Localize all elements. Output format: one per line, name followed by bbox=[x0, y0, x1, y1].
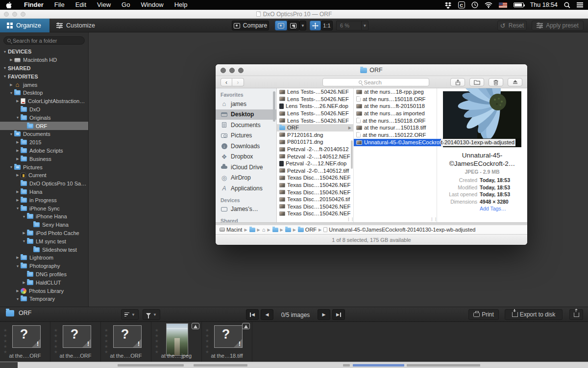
input-source-flag-icon[interactable] bbox=[499, 2, 507, 8]
path-segment[interactable] bbox=[272, 228, 278, 232]
filter-dropdown[interactable]: ▼ bbox=[143, 309, 160, 320]
column-scrollbar[interactable] bbox=[351, 140, 353, 169]
star-rating[interactable]: ★★★★★ bbox=[3, 328, 7, 355]
file-row-p8010171-dng[interactable]: P8010171.dng bbox=[277, 138, 353, 146]
sidebar-item-dxo-opticspro-10-sa-[interactable]: DxO OpticsPro 10 Sa… bbox=[0, 180, 88, 188]
sidebar-item-hana[interactable]: ▶Hana bbox=[0, 188, 88, 196]
path-segment[interactable] bbox=[249, 228, 255, 232]
disclosure-open-icon[interactable]: ▼ bbox=[15, 297, 21, 301]
tab-organize[interactable]: Organize bbox=[0, 19, 49, 32]
disclosure-closed-icon[interactable]: ▶ bbox=[15, 289, 21, 293]
file-row-lens-tests-50426-nef[interactable]: Lens Tests-…50426.NEF bbox=[277, 110, 353, 117]
file-row-lens-tests-50426-nef[interactable]: Lens Tests-…50426.NEF bbox=[277, 117, 353, 124]
disclosure-closed-icon[interactable]: ▶ bbox=[8, 58, 14, 62]
file-row-texas-disc-150426-nef[interactable]: Texas Disc…150426.NEF bbox=[277, 174, 353, 182]
first-image-button[interactable]: ◀ bbox=[246, 309, 259, 320]
sidebar-item-business[interactable]: ▶Business bbox=[0, 155, 88, 163]
file-row-lens-tests-26-nef-dop[interactable]: Lens Tests-…26.NEF.dop bbox=[277, 103, 353, 110]
last-image-button[interactable]: ▶ bbox=[332, 309, 345, 320]
disclosure-closed-icon[interactable]: ▶ bbox=[15, 190, 21, 194]
finder-sidebar-item-james[interactable]: ⌂james bbox=[216, 99, 276, 109]
menu-item-go[interactable]: Go bbox=[116, 0, 135, 10]
dropbox-icon[interactable] bbox=[444, 2, 452, 8]
print-button[interactable]: Print bbox=[468, 309, 499, 320]
sidebar-item-favorites[interactable]: ▼FAVORITES bbox=[0, 72, 88, 80]
disclosure-closed-icon[interactable]: ▶ bbox=[15, 256, 21, 260]
battery-icon[interactable] bbox=[514, 2, 524, 7]
path-segment[interactable]: ⌂ bbox=[262, 228, 266, 232]
sidebar-item-macintosh-hd[interactable]: ▶Macintosh HD bbox=[0, 56, 88, 64]
pan-tool-button[interactable] bbox=[310, 21, 321, 30]
disclosure-closed-icon[interactable]: ▶ bbox=[21, 281, 27, 285]
apply-preset-button[interactable]: Apply preset bbox=[532, 21, 584, 30]
zoom-1to1-button[interactable]: 1:1 bbox=[321, 21, 333, 30]
sidebar-item-haldclut[interactable]: ▶HaldCLUT bbox=[0, 278, 88, 287]
disclosure-closed-icon[interactable]: ▶ bbox=[15, 149, 21, 153]
disclosure-open-icon[interactable]: ▼ bbox=[21, 239, 27, 243]
menuc-icon[interactable]: C bbox=[458, 1, 465, 8]
export-to-disk-button[interactable]: Export to disk bbox=[505, 309, 563, 320]
selected-file-row[interactable]: Unnatural-45-©JamesECockrof t-20140130-1… bbox=[354, 139, 515, 146]
sidebar-item-ipod-photo-cache[interactable]: ▶iPod Photo Cache bbox=[0, 229, 88, 237]
sidebar-item-originals[interactable]: ▼Originals bbox=[0, 113, 88, 122]
menu-item-edit[interactable]: Edit bbox=[70, 0, 92, 10]
sidebar-scrollbar[interactable] bbox=[273, 91, 275, 122]
sidebar-item-pictures[interactable]: ▼Pictures bbox=[0, 163, 88, 171]
file-row-texas-disc-150426-nef[interactable]: Texas Disc…150426.NEF bbox=[277, 182, 353, 189]
tab-customize[interactable]: Customize bbox=[49, 19, 102, 32]
column-resize-handle[interactable]: ❘❘ bbox=[347, 217, 354, 221]
star-rating[interactable]: ★★★★★ bbox=[104, 328, 108, 355]
folder-search-field[interactable] bbox=[3, 36, 85, 45]
file-row-lens-tests-50426-nef[interactable]: Lens Tests-…50426.NEF bbox=[277, 88, 353, 96]
sidebar-item-documents[interactable]: ▼Documents bbox=[0, 130, 88, 138]
file-row-at-the-nurs-as-imported[interactable]: at the nurs…as imported bbox=[354, 110, 437, 117]
disclosure-open-icon[interactable]: ▼ bbox=[15, 116, 21, 119]
finder-window[interactable]: ORF ‹ › bbox=[216, 64, 527, 245]
file-row-at-the-nurs-150122-orf[interactable]: at the nurs…150122.ORF bbox=[354, 131, 437, 139]
file-row-petzval-2-12-nef-dop[interactable]: Petzval -2-…12.NEF.dop bbox=[277, 160, 353, 167]
sidebar-item-slideshow-test[interactable]: Slideshow test bbox=[0, 245, 88, 254]
trash-button[interactable] bbox=[489, 78, 503, 86]
wifi-icon[interactable] bbox=[485, 2, 492, 8]
sort-dropdown[interactable]: ▼ bbox=[121, 309, 139, 320]
sidebar-item-photos-library[interactable]: ▶Photos Library bbox=[0, 287, 88, 295]
disclosure-closed-icon[interactable]: ▶ bbox=[8, 83, 14, 87]
menu-item-window[interactable]: Window bbox=[135, 0, 169, 10]
file-row-p7120161-dng[interactable]: P7120161.dng bbox=[277, 131, 353, 139]
sidebar-item-dxo[interactable]: DxO bbox=[0, 105, 88, 114]
sidebar-item-lightroom[interactable]: ▶Lightroom bbox=[0, 254, 88, 262]
missing-image-thumbnail[interactable]: ?! bbox=[214, 325, 243, 348]
file-row-petzval-2-140512-tiff[interactable]: Petzval -2-©…140512.tiff bbox=[277, 167, 353, 175]
file-row-at-the-nurs-18-rpp-jpeg[interactable]: at the nurs…18-rpp.jpeg bbox=[354, 88, 437, 96]
disclosure-closed-icon[interactable]: ▶ bbox=[15, 173, 21, 177]
disclosure-open-icon[interactable]: ▼ bbox=[15, 207, 21, 210]
disclosure-open-icon[interactable]: ▼ bbox=[8, 91, 14, 95]
photo-thumbnail[interactable] bbox=[166, 323, 188, 356]
menu-item-file[interactable]: File bbox=[49, 0, 70, 10]
zoom-level-dropdown[interactable]: 6 % ▼ bbox=[336, 21, 368, 30]
selected-file-name[interactable]: Unnatural-45-©JamesECockrof bbox=[354, 139, 441, 146]
missing-image-thumbnail[interactable]: ?! bbox=[113, 325, 142, 348]
finder-sidebar-item-documents[interactable]: Documents bbox=[216, 120, 276, 131]
file-row-petzval-2-140512-nef[interactable]: Petzval -2-…140512.NEF bbox=[277, 153, 353, 160]
file-row-lens-tests-50426-nef[interactable]: Lens Tests-…50426.NEF bbox=[277, 96, 353, 103]
menu-item-help[interactable]: Help bbox=[169, 0, 193, 10]
sidebar-item-temporary[interactable]: ▼Temporary bbox=[0, 295, 88, 303]
sidebar-item-photography[interactable]: ▼Photography bbox=[0, 262, 88, 270]
finder-sidebar-item-airdrop[interactable]: ◎AirDrop bbox=[216, 173, 276, 184]
add-tags-link[interactable]: Add Tags… bbox=[480, 206, 506, 211]
sidebar-item-sexy-hana[interactable]: Sexy Hana bbox=[0, 221, 88, 229]
star-rating[interactable]: ★★★★★ bbox=[155, 328, 159, 355]
thumbnail-cell[interactable]: ★★★★★?!at the….ORF bbox=[0, 322, 50, 362]
missing-image-thumbnail[interactable]: ?! bbox=[63, 325, 91, 348]
disclosure-open-icon[interactable]: ▼ bbox=[8, 165, 14, 169]
view-options-caret[interactable]: ▼ bbox=[299, 21, 306, 30]
previous-image-button[interactable]: ◀ bbox=[261, 309, 273, 320]
sidebar-item-dng-profiles[interactable]: DNG profiles bbox=[0, 270, 88, 279]
file-row-at-the-nurs-150118-orf[interactable]: at the nurs…150118.ORF bbox=[354, 96, 437, 103]
file-row-texas-disc-150426-nef[interactable]: Texas Disc…150426.NEF bbox=[277, 210, 353, 217]
disclosure-open-icon[interactable]: ▼ bbox=[2, 66, 8, 70]
disclosure-open-icon[interactable]: ▼ bbox=[8, 132, 14, 136]
search-input[interactable] bbox=[13, 38, 81, 44]
sidebar-item-devices[interactable]: ▼DEVICES bbox=[0, 48, 88, 56]
